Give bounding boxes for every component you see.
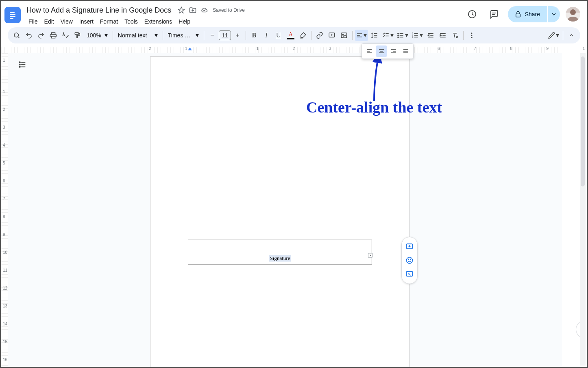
add-comment-side-icon[interactable] bbox=[402, 240, 417, 253]
font-size-input[interactable]: 11 bbox=[219, 30, 231, 40]
redo-icon[interactable] bbox=[35, 30, 47, 41]
svg-point-25 bbox=[19, 66, 20, 67]
hide-menus-icon[interactable] bbox=[566, 30, 577, 41]
align-dropdown[interactable]: ▾ bbox=[355, 30, 368, 41]
svg-point-6 bbox=[570, 9, 576, 15]
vertical-ruler-numbers: 11234567891011121314151617 bbox=[3, 58, 7, 368]
svg-rect-0 bbox=[10, 12, 15, 13]
document-page[interactable]: Signature ▾ bbox=[150, 56, 409, 368]
text-color-icon[interactable]: A bbox=[285, 30, 296, 41]
insert-image-icon[interactable] bbox=[338, 30, 350, 41]
comments-icon[interactable] bbox=[486, 6, 502, 22]
align-right-icon[interactable] bbox=[388, 45, 399, 57]
svg-point-27 bbox=[407, 258, 413, 264]
more-options-icon[interactable] bbox=[466, 30, 477, 41]
document-canvas: Signature ▾ bbox=[8, 53, 562, 367]
table-cell-empty[interactable] bbox=[188, 240, 372, 252]
svg-rect-8 bbox=[52, 32, 55, 35]
bulleted-list-icon[interactable]: ▾ bbox=[396, 30, 409, 41]
menu-view[interactable]: View bbox=[58, 17, 76, 26]
table-cell-signature[interactable]: Signature ▾ bbox=[188, 252, 372, 264]
svg-point-13 bbox=[342, 34, 344, 35]
menu-file[interactable]: File bbox=[26, 17, 41, 26]
move-icon[interactable] bbox=[189, 6, 196, 14]
signature-table[interactable]: Signature ▾ bbox=[188, 240, 372, 264]
menu-extensions[interactable]: Extensions bbox=[142, 17, 175, 26]
menu-help[interactable]: Help bbox=[176, 17, 193, 26]
contextual-toolbar bbox=[401, 237, 418, 284]
share-dropdown[interactable] bbox=[548, 6, 560, 22]
share-button[interactable]: Share bbox=[508, 6, 547, 22]
menu-insert[interactable]: Insert bbox=[76, 17, 96, 26]
print-icon[interactable] bbox=[48, 30, 59, 41]
increase-indent-icon[interactable] bbox=[437, 30, 449, 41]
vertical-scrollbar[interactable] bbox=[580, 53, 586, 366]
suggest-edits-side-icon[interactable] bbox=[402, 267, 417, 281]
indent-marker[interactable] bbox=[188, 48, 192, 50]
spellcheck-icon[interactable] bbox=[60, 30, 71, 41]
docs-home-icon[interactable] bbox=[4, 7, 21, 23]
svg-point-28 bbox=[408, 259, 409, 260]
align-center-icon[interactable] bbox=[376, 45, 387, 57]
last-edit-icon[interactable] bbox=[464, 6, 480, 22]
svg-text:3: 3 bbox=[412, 36, 413, 38]
menu-tools[interactable]: Tools bbox=[122, 17, 141, 26]
star-icon[interactable] bbox=[178, 6, 185, 14]
svg-rect-9 bbox=[52, 36, 55, 38]
italic-icon[interactable]: I bbox=[261, 30, 272, 41]
svg-point-22 bbox=[471, 37, 472, 38]
svg-point-16 bbox=[398, 37, 399, 37]
add-emoji-side-icon[interactable] bbox=[402, 253, 417, 267]
table-row[interactable] bbox=[188, 240, 372, 252]
increase-font-size[interactable]: + bbox=[232, 30, 243, 41]
svg-point-29 bbox=[410, 259, 411, 260]
align-justify-icon[interactable] bbox=[400, 45, 412, 57]
highlight-color-icon[interactable] bbox=[297, 30, 309, 41]
paragraph-style-selector[interactable]: Normal text▾ bbox=[115, 32, 160, 39]
menu-edit[interactable]: Edit bbox=[41, 17, 57, 26]
svg-rect-5 bbox=[516, 14, 520, 17]
svg-rect-1 bbox=[10, 14, 15, 15]
insert-link-icon[interactable] bbox=[314, 30, 325, 41]
show-outline-icon[interactable] bbox=[15, 57, 30, 72]
underline-icon[interactable]: U bbox=[273, 30, 284, 41]
clear-formatting-icon[interactable] bbox=[449, 30, 461, 41]
editing-mode-dropdown[interactable]: ▾ bbox=[547, 30, 560, 41]
align-left-icon[interactable] bbox=[364, 45, 375, 57]
cloud-saved-icon[interactable] bbox=[200, 6, 208, 14]
table-row[interactable]: Signature ▾ bbox=[188, 252, 372, 264]
add-comment-icon[interactable] bbox=[326, 30, 338, 41]
font-selector[interactable]: Times …▾ bbox=[166, 32, 201, 39]
decrease-indent-icon[interactable] bbox=[425, 30, 436, 41]
account-avatar[interactable] bbox=[566, 7, 580, 22]
svg-point-20 bbox=[471, 32, 472, 34]
zoom-value: 100% bbox=[87, 32, 101, 39]
share-label: Share bbox=[525, 11, 540, 17]
menu-format[interactable]: Format bbox=[97, 17, 121, 26]
checklist-icon[interactable]: ▾ bbox=[381, 30, 395, 41]
undo-icon[interactable] bbox=[23, 30, 35, 41]
paint-format-icon[interactable] bbox=[72, 30, 83, 41]
save-status: Saved to Drive bbox=[213, 7, 245, 13]
document-title[interactable]: How to Add a Signature Line in Google Do… bbox=[24, 5, 174, 15]
scrollbar-thumb[interactable] bbox=[581, 56, 585, 186]
svg-point-21 bbox=[471, 35, 472, 36]
font-value: Times … bbox=[168, 32, 190, 39]
svg-rect-3 bbox=[10, 18, 13, 19]
menubar: File Edit View Insert Format Tools Exten… bbox=[24, 17, 245, 26]
zoom-selector[interactable]: 100%▾ bbox=[84, 32, 110, 39]
svg-point-14 bbox=[398, 33, 399, 34]
svg-rect-10 bbox=[75, 32, 78, 35]
style-value: Normal text bbox=[118, 32, 147, 39]
numbered-list-icon[interactable]: 123▾ bbox=[410, 30, 424, 41]
line-spacing-icon[interactable] bbox=[369, 30, 380, 41]
toolbar: 100%▾ Normal text▾ Times …▾ − 11 + B I U… bbox=[8, 27, 580, 43]
svg-point-15 bbox=[398, 35, 399, 36]
signature-text[interactable]: Signature bbox=[269, 255, 291, 262]
decrease-font-size[interactable]: − bbox=[207, 30, 218, 41]
svg-point-23 bbox=[19, 62, 20, 63]
search-menus-icon[interactable] bbox=[11, 30, 22, 41]
svg-rect-2 bbox=[10, 16, 15, 17]
bold-icon[interactable]: B bbox=[248, 30, 260, 41]
table-cell-options-icon[interactable]: ▾ bbox=[368, 253, 372, 258]
